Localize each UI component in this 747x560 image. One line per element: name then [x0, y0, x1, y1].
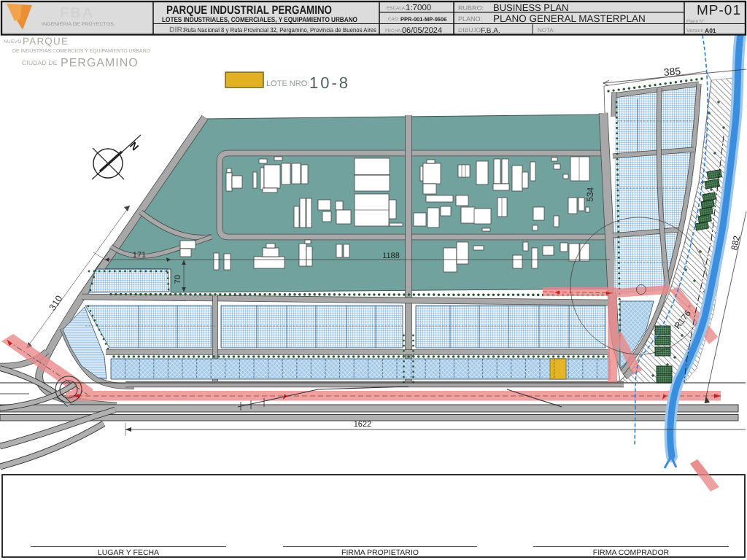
svg-text:F.B.A.: F.B.A.	[481, 27, 500, 35]
svg-text:70: 70	[174, 275, 182, 284]
svg-text:06/05/2024: 06/05/2024	[402, 26, 442, 35]
svg-text:CAD:: CAD:	[388, 17, 399, 22]
svg-text:A01: A01	[705, 27, 716, 34]
svg-text:10-8: 10-8	[309, 74, 350, 92]
svg-text:PPR-001-MP-0506: PPR-001-MP-0506	[400, 16, 446, 23]
svg-text:171: 171	[133, 251, 146, 260]
svg-text:PARQUE: PARQUE	[23, 36, 69, 47]
svg-text:PARQUE INDUSTRIAL PERGAMINO: PARQUE INDUSTRIAL PERGAMINO	[166, 4, 332, 17]
svg-text:DIR:: DIR:	[169, 26, 185, 34]
svg-text:MP-01: MP-01	[697, 3, 741, 18]
svg-text:DIBUJO:: DIBUJO:	[458, 26, 483, 34]
svg-text:FIRMA PROPIETARIO: FIRMA PROPIETARIO	[341, 548, 419, 557]
svg-text:PERGAMINO: PERGAMINO	[61, 57, 139, 69]
svg-text:PLANO GENERAL MASTERPLAN: PLANO GENERAL MASTERPLAN	[493, 13, 646, 24]
svg-text:1:7000: 1:7000	[406, 4, 431, 12]
svg-text:BUSINESS PLAN: BUSINESS PLAN	[493, 2, 568, 13]
svg-text:Version: Version	[686, 28, 703, 34]
svg-text:FECHA:: FECHA:	[385, 28, 402, 34]
svg-text:CIUDAD DE: CIUDAD DE	[22, 59, 58, 66]
svg-text:1188: 1188	[382, 252, 400, 260]
svg-text:RUBRO:: RUBRO:	[458, 4, 484, 12]
svg-text:NUEVO: NUEVO	[4, 39, 22, 44]
svg-text:DE INDUSTRIAS COMERCIOS Y EQUI: DE INDUSTRIAS COMERCIOS Y EQUIPAMIENTO U…	[12, 47, 150, 54]
svg-text:Ruta Nacional 8 y Ruta Provinc: Ruta Nacional 8 y Ruta Provincial 32, Pe…	[184, 26, 377, 34]
svg-text:LOTE NRO:: LOTE NRO:	[266, 79, 309, 88]
svg-text:1622: 1622	[354, 420, 371, 429]
svg-text:INGENIERIA DE PROYECTOS: INGENIERIA DE PROYECTOS	[42, 22, 115, 27]
svg-text:385: 385	[663, 65, 681, 78]
svg-text:FIRMA COMPRADOR: FIRMA COMPRADOR	[593, 548, 670, 557]
svg-text:PLANO:: PLANO:	[458, 15, 482, 23]
svg-text:LOTES INDUSTRIALES, COMERCIALE: LOTES INDUSTRIALES, COMERCIALES, Y EQUIP…	[162, 16, 357, 24]
svg-text:534: 534	[584, 187, 595, 202]
svg-text:LUGAR Y FECHA: LUGAR Y FECHA	[98, 548, 159, 557]
svg-text:FBA: FBA	[60, 5, 94, 21]
svg-text:Plano N°: Plano N°	[686, 19, 705, 24]
svg-text:ESCALA:: ESCALA:	[387, 6, 406, 11]
svg-text:NOTA:: NOTA:	[538, 27, 555, 34]
